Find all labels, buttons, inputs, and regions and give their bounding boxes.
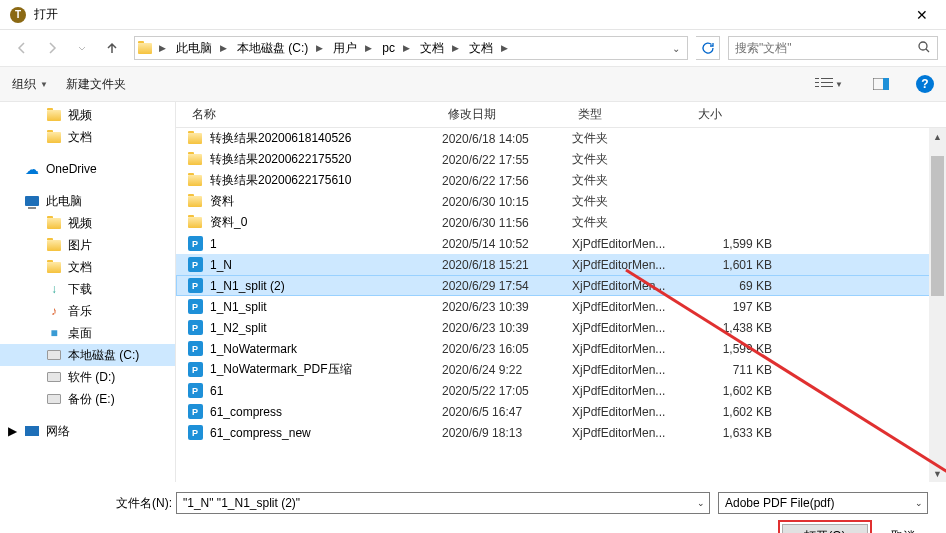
chevron-down-icon[interactable]: ⌄ xyxy=(915,498,923,508)
item-icon: ■ xyxy=(46,325,62,341)
breadcrumb-segment[interactable]: pc xyxy=(376,37,399,59)
toolbar: 组织 ▼ 新建文件夹 ▼ ? xyxy=(0,66,946,102)
view-button[interactable]: ▼ xyxy=(812,72,846,96)
sidebar-item[interactable]: ♪音乐 xyxy=(0,300,175,322)
search-box[interactable] xyxy=(728,36,938,60)
table-row[interactable]: P1_NoWatermark_PDF压缩2020/6/24 9:22XjPdfE… xyxy=(176,359,946,380)
table-row[interactable]: 转换结果202006221755202020/6/22 17:55文件夹 xyxy=(176,149,946,170)
filename-input[interactable]: "1_N" "1_N1_split (2)"⌄ xyxy=(176,492,710,514)
column-headers: 名称 修改日期 类型 大小 xyxy=(176,102,946,128)
svg-rect-4 xyxy=(821,82,833,83)
titlebar: T 打开 ✕ xyxy=(0,0,946,30)
scroll-thumb[interactable] xyxy=(931,156,944,296)
sidebar-item[interactable]: 视频 xyxy=(0,104,175,126)
chevron-right-icon[interactable]: ▶ xyxy=(312,43,327,53)
svg-rect-2 xyxy=(821,78,833,79)
breadcrumb-segment[interactable]: 本地磁盘 (C:) xyxy=(231,37,312,59)
new-folder-button[interactable]: 新建文件夹 xyxy=(66,76,126,93)
chevron-right-icon[interactable]: ▶ xyxy=(216,43,231,53)
recent-dropdown[interactable] xyxy=(68,35,96,61)
cancel-button[interactable]: 取消 xyxy=(878,524,928,533)
sidebar-this-pc[interactable]: 此电脑 xyxy=(0,190,175,212)
scroll-down[interactable]: ▼ xyxy=(929,465,946,482)
sidebar-item[interactable]: 备份 (E:) xyxy=(0,388,175,410)
chevron-right-icon[interactable]: ▶ xyxy=(399,43,414,53)
path-dropdown[interactable]: ⌄ xyxy=(663,43,687,54)
pdf-icon: P xyxy=(186,361,204,379)
scrollbar[interactable]: ▲ ▼ xyxy=(929,128,946,482)
breadcrumb[interactable]: ▶ 此电脑▶本地磁盘 (C:)▶用户▶pc▶文档▶文档▶ ⌄ xyxy=(134,36,688,60)
sidebar-item[interactable]: 文档 xyxy=(0,256,175,278)
svg-rect-1 xyxy=(815,78,819,79)
sidebar-onedrive[interactable]: ☁OneDrive xyxy=(0,158,175,180)
chevron-right-icon[interactable]: ▶ xyxy=(155,43,170,53)
pdf-icon: P xyxy=(186,424,204,442)
sidebar-item[interactable]: ■桌面 xyxy=(0,322,175,344)
table-row[interactable]: 转换结果202006181405262020/6/18 14:05文件夹 xyxy=(176,128,946,149)
forward-button[interactable] xyxy=(38,35,66,61)
close-button[interactable]: ✕ xyxy=(899,0,944,30)
table-row[interactable]: P61_compress2020/6/5 16:47XjPdfEditorMen… xyxy=(176,401,946,422)
table-row[interactable]: P1_N2020/6/18 15:21XjPdfEditorMen...1,60… xyxy=(176,254,946,275)
sidebar-item[interactable]: ↓下载 xyxy=(0,278,175,300)
file-list: 名称 修改日期 类型 大小 转换结果202006181405262020/6/1… xyxy=(176,102,946,482)
table-row[interactable]: P12020/5/14 10:52XjPdfEditorMen...1,599 … xyxy=(176,233,946,254)
network-icon xyxy=(24,423,40,439)
header-date[interactable]: 修改日期 xyxy=(442,106,572,123)
item-icon xyxy=(46,237,62,253)
breadcrumb-segment[interactable]: 用户 xyxy=(327,37,361,59)
scroll-up[interactable]: ▲ xyxy=(929,128,946,145)
header-type[interactable]: 类型 xyxy=(572,106,692,123)
folder-icon xyxy=(186,172,204,190)
search-icon[interactable] xyxy=(917,40,931,57)
folder-icon xyxy=(46,107,62,123)
file-rows[interactable]: 转换结果202006181405262020/6/18 14:05文件夹转换结果… xyxy=(176,128,946,482)
table-row[interactable]: P612020/5/22 17:05XjPdfEditorMen...1,602… xyxy=(176,380,946,401)
sidebar-item[interactable]: 视频 xyxy=(0,212,175,234)
breadcrumb-segment[interactable]: 此电脑 xyxy=(170,37,216,59)
search-input[interactable] xyxy=(735,41,917,55)
table-row[interactable]: P1_NoWatermark2020/6/23 16:05XjPdfEditor… xyxy=(176,338,946,359)
folder-icon xyxy=(46,129,62,145)
header-name[interactable]: 名称 xyxy=(186,106,442,123)
item-icon xyxy=(46,347,62,363)
back-button[interactable] xyxy=(8,35,36,61)
sidebar-network[interactable]: 网络 xyxy=(0,420,175,442)
table-row[interactable]: P61_compress_new2020/6/9 18:13XjPdfEdito… xyxy=(176,422,946,443)
bottom-panel: 文件名(N): "1_N" "1_N1_split (2)"⌄ Adobe PD… xyxy=(0,482,946,533)
preview-pane-button[interactable] xyxy=(864,72,898,96)
chevron-down-icon[interactable]: ⌄ xyxy=(697,498,705,508)
chevron-right-icon[interactable]: ▶ xyxy=(361,43,376,53)
header-size[interactable]: 大小 xyxy=(692,106,792,123)
table-row[interactable]: P1_N1_split (2)2020/6/29 17:54XjPdfEdito… xyxy=(176,275,946,296)
organize-button[interactable]: 组织 ▼ xyxy=(12,76,48,93)
folder-icon xyxy=(186,214,204,232)
expand-icon[interactable]: ▶ xyxy=(8,424,17,438)
refresh-button[interactable] xyxy=(696,36,720,60)
item-icon: ↓ xyxy=(46,281,62,297)
sidebar-item[interactable]: 文档 xyxy=(0,126,175,148)
folder-icon xyxy=(135,38,155,58)
item-icon xyxy=(46,369,62,385)
breadcrumb-segment[interactable]: 文档 xyxy=(463,37,497,59)
sidebar-item[interactable]: 软件 (D:) xyxy=(0,366,175,388)
svg-rect-3 xyxy=(815,82,819,83)
pdf-icon: P xyxy=(186,256,204,274)
table-row[interactable]: 转换结果202006221756102020/6/22 17:56文件夹 xyxy=(176,170,946,191)
filetype-select[interactable]: Adobe PDF File(pdf)⌄ xyxy=(718,492,928,514)
sidebar-item[interactable]: 本地磁盘 (C:) xyxy=(0,344,175,366)
pdf-icon: P xyxy=(186,298,204,316)
table-row[interactable]: P1_N1_split2020/6/23 10:39XjPdfEditorMen… xyxy=(176,296,946,317)
help-button[interactable]: ? xyxy=(916,75,934,93)
chevron-right-icon[interactable]: ▶ xyxy=(497,43,512,53)
table-row[interactable]: P1_N2_split2020/6/23 10:39XjPdfEditorMen… xyxy=(176,317,946,338)
open-button[interactable]: 打开(O) xyxy=(782,524,868,533)
up-button[interactable] xyxy=(98,35,126,61)
folder-icon xyxy=(186,151,204,169)
table-row[interactable]: 资料2020/6/30 10:15文件夹 xyxy=(176,191,946,212)
sidebar-item[interactable]: 图片 xyxy=(0,234,175,256)
chevron-right-icon[interactable]: ▶ xyxy=(448,43,463,53)
svg-point-0 xyxy=(919,42,927,50)
table-row[interactable]: 资料_02020/6/30 11:56文件夹 xyxy=(176,212,946,233)
breadcrumb-segment[interactable]: 文档 xyxy=(414,37,448,59)
